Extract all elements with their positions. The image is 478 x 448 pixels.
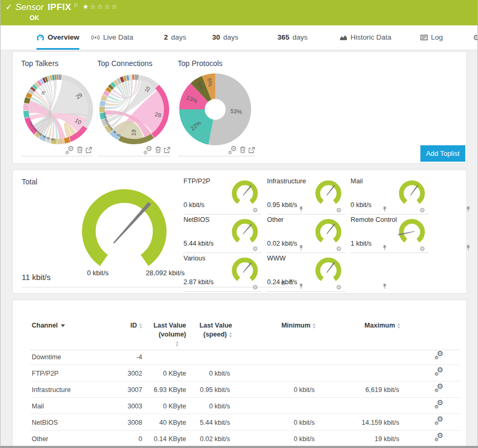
gauge-settings-icon[interactable] [336, 244, 342, 253]
header-label: Minimum [281, 322, 310, 329]
channel-settings-button[interactable] [431, 401, 447, 410]
divider [183, 214, 262, 214]
toplist-settings-icon[interactable] [228, 147, 237, 155]
top-connections-chart[interactable]: 1028195433332 [97, 70, 171, 149]
tab-30-days[interactable]: 30days [212, 25, 238, 50]
gauge-settings-icon[interactable] [252, 282, 258, 292]
sort-wrap [137, 339, 186, 348]
column-header-last-value-speed[interactable]: Last Value(speed) [187, 321, 232, 339]
gauge-title: Various [183, 255, 205, 262]
sort-icon [397, 323, 400, 329]
cell-speed: 0 kbit/s [187, 403, 230, 410]
header-label: Last Value [137, 321, 186, 330]
cell-channel: Mail [32, 403, 44, 410]
channel-settings-button[interactable] [431, 368, 447, 378]
gauge-settings-icon[interactable] [419, 205, 425, 214]
flag-icon[interactable] [73, 2, 79, 8]
column-header-channel[interactable]: Channel [32, 321, 95, 330]
channel-settings-icon [435, 368, 444, 376]
top-protocols-chart[interactable]: 53%22%13%6%6% [178, 70, 255, 149]
add-toplist-button[interactable]: Add Toplist [420, 145, 465, 162]
svg-text:19: 19 [130, 129, 136, 136]
sensor-header: SensorIPFIX ★☆☆☆☆ OK [1, 0, 477, 25]
delete-toplist-icon[interactable] [240, 146, 246, 155]
gauge [314, 178, 343, 208]
column-header-last-value-volume[interactable]: Last Value(volume) [137, 321, 186, 348]
total-gauge-min-label: 0 kbit/s [71, 269, 124, 277]
tab-365-days[interactable]: 365days [278, 25, 308, 50]
open-toplist-icon[interactable] [249, 146, 255, 155]
cell-channel: Downtime [32, 353, 61, 361]
toplist-settings-icon[interactable] [65, 147, 74, 155]
toplist-title: Top Connections [97, 59, 152, 68]
tab-overview[interactable]: Overview [36, 25, 79, 50]
delete-toplist-icon[interactable] [77, 146, 83, 155]
gauge-settings-icon[interactable] [336, 282, 342, 292]
divider [21, 156, 92, 156]
toplist-panel-top-connections: Top Connections1028195433332 [97, 52, 170, 163]
header-label: (speed) [187, 330, 232, 339]
divider [178, 156, 255, 156]
column-header-id[interactable]: ID [92, 321, 142, 330]
toplist-actions [143, 146, 170, 155]
top-talkers-chart[interactable]: 6291054443332 [21, 70, 95, 149]
gauge-settings-icon[interactable] [336, 205, 342, 214]
tab-historic-data[interactable]: Historic Data [339, 25, 391, 50]
tab-settings[interactable]: Settings [473, 25, 478, 50]
delete-toplist-icon[interactable] [155, 146, 161, 155]
channel-settings-button[interactable] [431, 417, 447, 427]
gauge [314, 216, 343, 247]
sensor-title: SensorIPFIX [15, 2, 79, 13]
channel-settings-icon [435, 434, 444, 442]
historic-data-icon [339, 34, 347, 41]
gauge-settings-icon[interactable] [252, 205, 258, 214]
gauge-value: 0.95 kbit/s [267, 201, 297, 209]
toplist-title: Top Protocols [178, 59, 223, 68]
gauge [397, 216, 427, 247]
table-row: Mail30030 KByte0 kbit/s [13, 398, 466, 414]
toplist-panel-top-talkers: Top Talkers6291054443332 [21, 52, 92, 163]
header-label: Channel [32, 322, 58, 329]
divider [183, 291, 262, 292]
open-toplist-icon[interactable] [164, 146, 170, 155]
channel-settings-button[interactable] [431, 434, 447, 443]
gauge-title: Remote Control [351, 216, 397, 223]
status-badge: OK [30, 14, 39, 22]
gauge-actions [252, 205, 261, 214]
tab-log[interactable]: Log [420, 25, 443, 50]
tab-label: days [292, 33, 308, 41]
gauge-settings-icon[interactable] [252, 244, 258, 253]
gauge-actions [336, 244, 344, 253]
tab-label: Overview [48, 33, 79, 41]
cell-channel: FTP/P2P [32, 370, 59, 377]
tab-live-data[interactable]: Live Data [91, 25, 133, 50]
table-row: FTP/P2P30020 KByte0 kbit/s [13, 365, 466, 381]
prtg-window: SensorIPFIX ★☆☆☆☆ OK OverviewLive Data2d… [0, 0, 478, 448]
gauge-value: 5.44 kbit/s [183, 240, 214, 247]
divider [351, 253, 429, 253]
divider [267, 291, 345, 292]
channel-settings-button[interactable] [431, 385, 447, 394]
gauge-icon [36, 34, 44, 41]
gauge-infrastructure: Infrastructure0.95 kbit/s [267, 176, 345, 214]
column-header-maximum[interactable]: Maximum [332, 321, 400, 330]
channel-settings-icon [435, 352, 444, 360]
priority-stars[interactable]: ★☆☆☆☆ [82, 3, 118, 11]
channel-settings-button[interactable] [431, 352, 447, 361]
tab-bar: OverviewLive Data2days30days365daysHisto… [1, 25, 477, 50]
total-gauge-value: 11 kbit/s [22, 273, 51, 282]
toplists-card: Add Toplist Top Talkers6291054443332Top … [12, 51, 467, 164]
toplist-title: Top Talkers [21, 59, 59, 68]
cell-id: 3007 [92, 386, 142, 394]
column-header-minimum[interactable]: Minimum [249, 321, 316, 330]
gauge-settings-icon[interactable] [419, 244, 425, 253]
toplist-settings-icon[interactable] [143, 147, 152, 155]
cell-id: 0 [92, 435, 142, 443]
open-toplist-icon[interactable] [86, 146, 92, 155]
tab-number: 30 [212, 33, 220, 41]
cell-min: 0 kbit/s [249, 386, 315, 394]
divider [351, 214, 429, 214]
tab-2-days[interactable]: 2days [164, 25, 186, 50]
toplist-panel-top-protocols: Top Protocols53%22%13%6%6% [178, 52, 255, 163]
gauge-actions [252, 244, 261, 253]
